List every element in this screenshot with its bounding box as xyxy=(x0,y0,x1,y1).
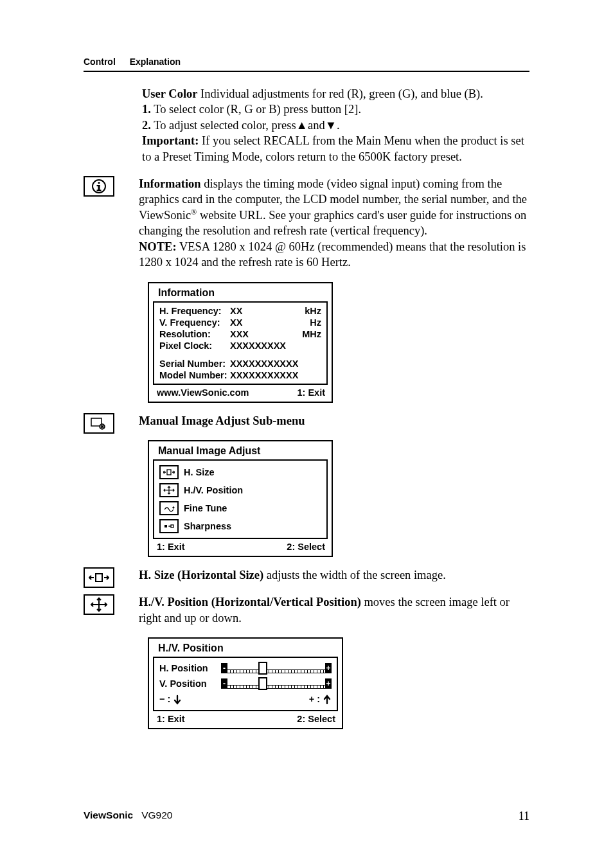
minus-hint: − : xyxy=(159,694,182,705)
info-osd-url: www.ViewSonic.com xyxy=(157,387,249,398)
down-triangle-icon: ▼ xyxy=(325,119,337,132)
hvpos-block: H./V. Position (Horizontal/Vertical Posi… xyxy=(139,594,529,626)
info-row-l: V. Frequency: xyxy=(159,317,230,328)
mia-heading: Manual Image Adjust Sub-menu xyxy=(139,414,305,427)
step2-text-b: and xyxy=(308,119,325,132)
mia-exit: 1: Exit xyxy=(157,542,185,552)
plus-hint: + : xyxy=(309,694,332,705)
information-osd: Information H. Frequency:XXkHz V. Freque… xyxy=(148,282,333,403)
mia-item: Fine Tune xyxy=(184,503,227,513)
user-color-desc: Individual adjustments for red (R), gree… xyxy=(197,87,483,100)
hdr-control: Control xyxy=(84,57,116,67)
mia-osd-title: Manual Image Adjust xyxy=(149,441,332,459)
vpos-slider: -+ xyxy=(221,678,332,689)
info-row-m: XXX xyxy=(230,329,302,339)
hdr-explanation: Explanation xyxy=(130,57,181,67)
hsize-desc: adjusts the width of the screen image. xyxy=(263,569,446,581)
sharpness-icon xyxy=(159,519,179,533)
header-rule xyxy=(84,71,529,72)
hvposition-icon xyxy=(84,594,114,615)
info-row-m: XXXXXXXXX xyxy=(230,341,321,351)
manual-image-adjust-icon xyxy=(84,413,114,434)
svg-point-1 xyxy=(98,182,100,184)
info-row-m: XX xyxy=(230,317,310,328)
info-row-r: Hz xyxy=(310,317,321,328)
hsize-block: H. Size (Horizontal Size) adjusts the wi… xyxy=(139,567,529,583)
mia-item: H. Size xyxy=(184,467,215,477)
important-label: Important: xyxy=(142,134,199,147)
footer-page: 11 xyxy=(519,810,529,823)
hsize-icon xyxy=(159,465,179,479)
svg-rect-4 xyxy=(97,190,102,191)
user-color-block: User Color Individual adjustments for re… xyxy=(139,86,529,164)
user-color-label: User Color xyxy=(142,87,197,100)
info-osd-exit: 1: Exit xyxy=(297,387,325,398)
note-label: NOTE: xyxy=(139,240,177,253)
hv-osd: H./V. Position H. Position -+ V. Positio… xyxy=(148,637,343,729)
hsize-icon xyxy=(84,567,114,588)
model-l: Model Number: xyxy=(159,370,230,380)
info-row-l: Resolution: xyxy=(159,329,230,339)
hvpos-label: H./V. Position (Horizontal/Vertical Posi… xyxy=(139,596,361,608)
hv-exit: 1: Exit xyxy=(157,714,185,724)
serial-v: XXXXXXXXXXX xyxy=(230,359,321,369)
svg-rect-7 xyxy=(167,470,171,475)
hvposition-icon xyxy=(159,483,179,497)
info-osd-title: Information xyxy=(149,283,332,301)
important-text: If you select RECALL from the Main Menu … xyxy=(142,134,524,163)
footer-model: VG920 xyxy=(141,810,172,820)
svg-rect-9 xyxy=(171,525,173,527)
registered-mark: ® xyxy=(191,208,197,217)
step2-text-a: To adjust selected color, press xyxy=(151,119,296,132)
hv-select: 2: Select xyxy=(297,714,335,724)
info-row-l: Pixel Clock: xyxy=(159,341,230,351)
page-footer: ViewSonic VG920 11 xyxy=(84,810,529,823)
hv-osd-title: H./V. Position xyxy=(149,639,342,657)
hpos-label: H. Position xyxy=(159,663,221,673)
mia-item: H./V. Position xyxy=(184,485,243,495)
step2-num: 2. xyxy=(142,119,151,132)
mia-item: Sharpness xyxy=(184,521,231,531)
vpos-label: V. Position xyxy=(159,678,221,689)
step1-num: 1. xyxy=(142,103,151,116)
model-v: XXXXXXXXXXX xyxy=(230,370,321,380)
svg-rect-10 xyxy=(96,574,102,581)
info-row-m: XX xyxy=(230,306,305,316)
serial-l: Serial Number: xyxy=(159,359,230,369)
information-block: Information displays the timing mode (vi… xyxy=(139,176,529,270)
footer-brand: ViewSonic xyxy=(84,810,133,820)
step2-text-c: . xyxy=(337,119,340,132)
information-label: Information xyxy=(139,177,201,190)
svg-rect-3 xyxy=(97,185,100,186)
finetune-icon xyxy=(159,501,179,515)
up-triangle-icon: ▲ xyxy=(296,119,308,132)
info-row-r: MHz xyxy=(302,329,321,339)
mia-osd: Manual Image Adjust H. Size H./V. Positi… xyxy=(148,440,333,557)
information-icon xyxy=(84,176,114,197)
info-row-l: H. Frequency: xyxy=(159,306,230,316)
hpos-slider: -+ xyxy=(221,663,332,673)
note-text: VESA 1280 x 1024 @ 60Hz (recommended) me… xyxy=(139,240,526,269)
step1-text: To select color (R, G or B) press button… xyxy=(151,103,361,116)
mia-heading-block: Manual Image Adjust Sub-menu xyxy=(139,413,529,429)
hsize-label: H. Size (Horizontal Size) xyxy=(139,569,263,581)
svg-rect-8 xyxy=(164,525,167,527)
mia-select: 2: Select xyxy=(287,542,325,552)
information-desc2: website URL. See your graphics card's us… xyxy=(139,209,526,237)
info-row-r: kHz xyxy=(305,306,321,316)
column-headers: Control Explanation xyxy=(84,57,529,71)
